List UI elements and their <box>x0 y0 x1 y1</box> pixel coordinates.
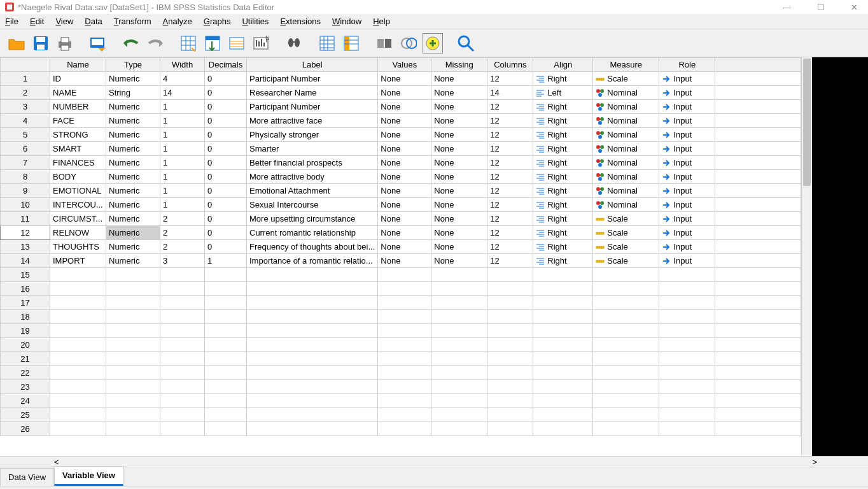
menu-data[interactable]: Data <box>85 17 102 26</box>
row-header[interactable]: 26 <box>1 422 50 436</box>
cell-name[interactable]: BODY <box>50 170 106 184</box>
cell-label[interactable] <box>247 380 378 394</box>
cell-type[interactable]: Numeric <box>106 212 160 226</box>
cell-label[interactable]: Emotional Attachment <box>247 184 378 198</box>
cell-label[interactable]: Current romantic relationship <box>247 226 378 240</box>
row-header[interactable]: 3 <box>1 100 50 114</box>
row-header[interactable]: 11 <box>1 212 50 226</box>
col-header-columns[interactable]: Columns <box>487 58 533 72</box>
table-row[interactable]: 17 <box>1 296 801 310</box>
cell-decimals[interactable] <box>205 310 247 324</box>
cell-values[interactable]: None <box>378 254 431 268</box>
hscroll-right-arrow[interactable]: > <box>812 457 817 467</box>
table-row[interactable]: 6SMARTNumeric10SmarterNoneNone12RightNom… <box>1 142 801 156</box>
cell-missing[interactable]: None <box>431 184 487 198</box>
cell-measure[interactable]: Nominal <box>593 114 659 128</box>
cell-missing[interactable]: None <box>431 128 487 142</box>
row-header[interactable]: 21 <box>1 352 50 366</box>
cell-label[interactable] <box>247 282 378 296</box>
cell-columns[interactable]: 12 <box>487 72 533 86</box>
cell-measure[interactable] <box>593 268 659 282</box>
cell-name[interactable]: SMART <box>50 142 106 156</box>
cell-align[interactable]: Right <box>533 100 593 114</box>
cell-label[interactable]: Sexual Intercourse <box>247 198 378 212</box>
cell-columns[interactable] <box>487 296 533 310</box>
cell-role[interactable] <box>659 338 715 352</box>
goto-variable-button[interactable] <box>202 33 223 53</box>
cell-width[interactable]: 4 <box>160 72 205 86</box>
cell-width[interactable] <box>160 380 205 394</box>
table-row[interactable]: 7FINANCESNumeric10Better financial prosp… <box>1 156 801 170</box>
table-row[interactable]: 2NAMEString140Researcher NameNoneNone14L… <box>1 86 801 100</box>
cell-measure[interactable]: Scale <box>593 226 659 240</box>
cell-align[interactable]: Right <box>533 114 593 128</box>
cell-decimals[interactable] <box>205 338 247 352</box>
cell-columns[interactable] <box>487 408 533 422</box>
table-row[interactable]: 26 <box>1 422 801 436</box>
cell-measure[interactable]: Scale <box>593 240 659 254</box>
cell-columns[interactable]: 12 <box>487 240 533 254</box>
cell-role[interactable]: Input <box>659 128 715 142</box>
table-row[interactable]: 21 <box>1 352 801 366</box>
cell-role[interactable] <box>659 268 715 282</box>
cell-measure[interactable] <box>593 282 659 296</box>
cell-width[interactable] <box>160 408 205 422</box>
undo-button[interactable] <box>121 33 141 53</box>
cell-name[interactable]: INTERCOU... <box>50 198 106 212</box>
cell-width[interactable] <box>160 296 205 310</box>
cell-values[interactable] <box>378 380 431 394</box>
menu-edit[interactable]: Edit <box>30 17 44 26</box>
table-row[interactable]: 12RELNOWNumeric20Current romantic relati… <box>1 226 801 240</box>
cell-role[interactable]: Input <box>659 184 715 198</box>
cell-align[interactable]: Right <box>533 198 593 212</box>
cell-missing[interactable]: None <box>431 240 487 254</box>
cell-measure[interactable]: Scale <box>593 254 659 268</box>
cell-name[interactable]: THOUGHTS <box>50 240 106 254</box>
row-header[interactable]: 18 <box>1 310 50 324</box>
cell-label[interactable] <box>247 408 378 422</box>
cell-role[interactable] <box>659 352 715 366</box>
cell-measure[interactable] <box>593 380 659 394</box>
cell-measure[interactable] <box>593 422 659 436</box>
table-row[interactable]: 15 <box>1 268 801 282</box>
col-header-align[interactable]: Align <box>533 58 593 72</box>
cell-name[interactable] <box>50 268 106 282</box>
cell-name[interactable] <box>50 380 106 394</box>
cell-role[interactable] <box>659 310 715 324</box>
cell-type[interactable]: Numeric <box>106 240 160 254</box>
insert-cases-button[interactable] <box>317 33 337 53</box>
cell-measure[interactable]: Scale <box>593 212 659 226</box>
cell-decimals[interactable] <box>205 422 247 436</box>
open-button[interactable] <box>6 33 27 53</box>
cell-label[interactable] <box>247 352 378 366</box>
cell-type[interactable] <box>106 422 160 436</box>
row-header[interactable]: 2 <box>1 86 50 100</box>
row-header[interactable]: 13 <box>1 240 50 254</box>
close-button[interactable]: ✕ <box>846 3 863 12</box>
cell-label[interactable]: Participant Number <box>247 100 378 114</box>
cell-columns[interactable] <box>487 380 533 394</box>
cell-width[interactable]: 1 <box>160 170 205 184</box>
cell-values[interactable] <box>378 408 431 422</box>
cell-columns[interactable]: 12 <box>487 170 533 184</box>
cell-align[interactable]: Right <box>533 184 593 198</box>
cell-missing[interactable]: None <box>431 198 487 212</box>
cell-decimals[interactable]: 0 <box>205 240 247 254</box>
cell-missing[interactable] <box>431 422 487 436</box>
cell-columns[interactable]: 12 <box>487 142 533 156</box>
cell-width[interactable] <box>160 338 205 352</box>
menu-transform[interactable]: Transform <box>114 17 151 26</box>
tab-variable-view[interactable]: Variable View <box>54 466 123 486</box>
cell-decimals[interactable] <box>205 380 247 394</box>
cell-role[interactable]: Input <box>659 100 715 114</box>
cell-values[interactable] <box>378 282 431 296</box>
cell-align[interactable]: Right <box>533 170 593 184</box>
cell-columns[interactable] <box>487 394 533 408</box>
minimize-button[interactable]: — <box>778 3 796 12</box>
cell-name[interactable]: EMOTIONAL <box>50 184 106 198</box>
cell-name[interactable]: CIRCUMST... <box>50 212 106 226</box>
maximize-button[interactable]: ☐ <box>812 3 830 12</box>
cell-role[interactable] <box>659 296 715 310</box>
cell-decimals[interactable]: 0 <box>205 128 247 142</box>
horizontal-scrollbar[interactable]: < > <box>0 456 868 467</box>
